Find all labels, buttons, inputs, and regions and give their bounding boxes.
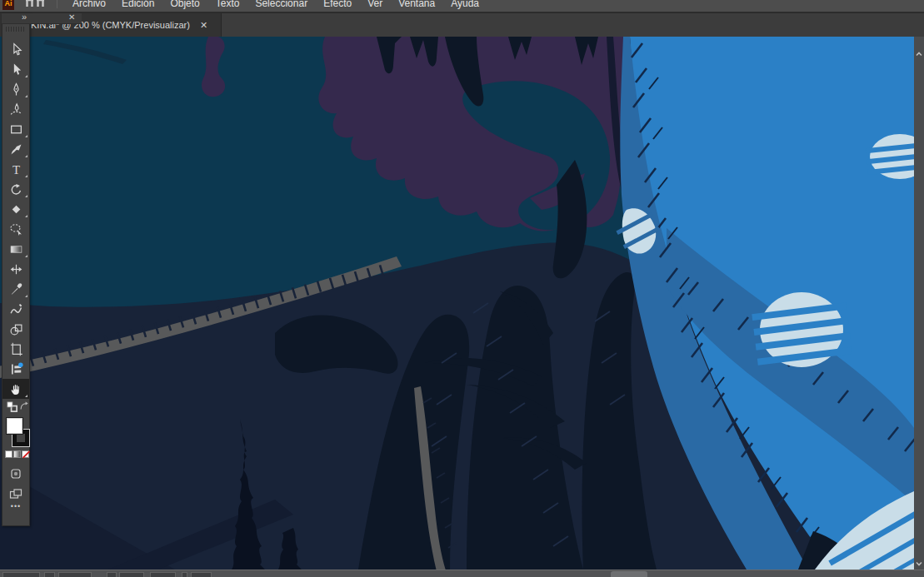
tool-eyedropper[interactable] [2, 279, 29, 299]
tab-close-icon[interactable]: ✕ [200, 20, 207, 31]
rectangle-tool-icon [9, 122, 23, 137]
tool-eraser[interactable] [2, 199, 29, 219]
vertical-scrollbar[interactable] [914, 37, 924, 570]
tool-type[interactable]: T [2, 159, 29, 179]
default-fill-stroke-button[interactable] [6, 400, 18, 416]
drawing-mode-button[interactable] [9, 467, 22, 480]
panel-grip[interactable] [6, 27, 26, 32]
tool-rotate[interactable] [2, 179, 29, 199]
flyout-triangle [25, 75, 27, 77]
status-bar-widget[interactable] [58, 572, 92, 577]
curvature-tool-icon [9, 102, 23, 117]
tool-gradient[interactable] [2, 239, 29, 259]
menu-item-edicion[interactable]: Edición [122, 0, 154, 9]
tools-panel: » ✕ T [2, 13, 30, 526]
tool-rectangle[interactable] [2, 119, 29, 139]
illustrator-window: Ai ArchivoEdiciónObjetoTextoSeleccionarE… [0, 0, 924, 577]
panel-close-icon[interactable]: ✕ [68, 12, 75, 22]
none-button[interactable] [22, 450, 29, 458]
canvas-viewport[interactable] [0, 37, 914, 570]
bridge-icon[interactable] [25, 0, 47, 11]
swap-fill-stroke-icon[interactable] [18, 400, 30, 415]
menu-item-ayuda[interactable]: Ayuda [451, 0, 479, 9]
tool-direct-selection[interactable] [2, 59, 29, 79]
pen-tool-icon [9, 82, 23, 97]
shaper-tool-icon [9, 302, 23, 316]
menu-item-seleccionar[interactable]: Seleccionar [255, 0, 307, 9]
flyout-triangle [25, 215, 27, 217]
color-button[interactable] [5, 450, 12, 458]
status-bar-widget[interactable] [150, 572, 176, 577]
eyedropper-tool-icon [9, 282, 23, 296]
artboard-tool-icon [9, 342, 23, 356]
type-tool-icon: T [9, 162, 23, 177]
status-bar [0, 570, 924, 577]
status-bar-widget[interactable] [107, 572, 117, 577]
screen-mode-button[interactable] [9, 487, 22, 500]
tool-artboard[interactable] [2, 339, 29, 359]
selection-tool-icon [9, 42, 23, 57]
menu-item-efecto[interactable]: Efecto [323, 0, 352, 9]
tool-lasso[interactable] [2, 219, 29, 239]
tools-list: T [2, 39, 29, 399]
menu-item-objeto[interactable]: Objeto [170, 0, 199, 9]
menu-item-ventana[interactable]: Ventana [398, 0, 435, 9]
gradient-tool-icon [9, 242, 23, 256]
menu-items: ArchivoEdiciónObjetoTextoSeleccionarEfec… [72, 0, 479, 9]
status-bar-widget[interactable] [119, 572, 144, 577]
artwork-illustration [0, 37, 914, 570]
hand-tool-icon [9, 382, 23, 396]
tool-shape-builder[interactable] [2, 319, 29, 339]
tool-selection[interactable] [2, 39, 29, 59]
menubar-divider [57, 0, 57, 8]
menu-bar: Ai ArchivoEdiciónObjetoTextoSeleccionarE… [0, 0, 924, 13]
flyout-triangle [25, 295, 27, 297]
horizontal-scrollbar-thumb[interactable] [611, 571, 647, 577]
tool-pen[interactable] [2, 79, 29, 99]
menu-item-archivo[interactable]: Archivo [72, 0, 106, 9]
tool-width[interactable] [2, 259, 29, 279]
gradient-button[interactable] [13, 450, 21, 458]
rotate-tool-icon [9, 182, 23, 196]
paintbrush-tool-icon [9, 142, 23, 157]
svg-text:T: T [12, 162, 19, 176]
graph-tool-icon [9, 362, 23, 376]
width-tool-icon [9, 262, 23, 276]
status-bar-widget[interactable] [2, 572, 40, 577]
flyout-triangle [25, 135, 27, 137]
flyout-triangle [25, 155, 27, 157]
panel-collapse-icon[interactable]: » [22, 12, 26, 22]
tool-shaper[interactable] [2, 299, 29, 319]
flyout-triangle [25, 395, 27, 397]
flyout-triangle [25, 255, 27, 257]
status-bar-widget[interactable] [191, 572, 212, 577]
tools-panel-header[interactable]: » ✕ [2, 13, 82, 24]
menu-item-ver[interactable]: Ver [367, 0, 382, 9]
tool-curvature[interactable] [2, 99, 29, 119]
tool-graph[interactable] [2, 359, 29, 379]
tool-paintbrush[interactable] [2, 139, 29, 159]
chevron-up-icon[interactable] [915, 47, 923, 55]
status-bar-widget[interactable] [182, 572, 187, 577]
document-tab-bar: KIN.ai* @ 200 % (CMYK/Previsualizar) ✕ [0, 13, 924, 37]
direct-selection-tool-icon [9, 62, 23, 77]
flyout-triangle [25, 95, 27, 97]
edit-toolbar-ellipsis[interactable]: ••• [2, 502, 29, 510]
tool-hand[interactable] [2, 379, 29, 399]
shape-builder-tool-icon [9, 322, 23, 336]
flyout-triangle [25, 195, 27, 197]
flyout-triangle [25, 175, 27, 177]
lasso-tool-icon [9, 222, 23, 236]
app-icon[interactable]: Ai [2, 0, 14, 10]
status-bar-widget[interactable] [44, 572, 55, 577]
chevron-down-icon[interactable] [915, 556, 923, 565]
menu-item-texto[interactable]: Texto [216, 0, 240, 9]
fill-color-swatch[interactable] [6, 417, 23, 435]
eraser-tool-icon [9, 202, 23, 216]
